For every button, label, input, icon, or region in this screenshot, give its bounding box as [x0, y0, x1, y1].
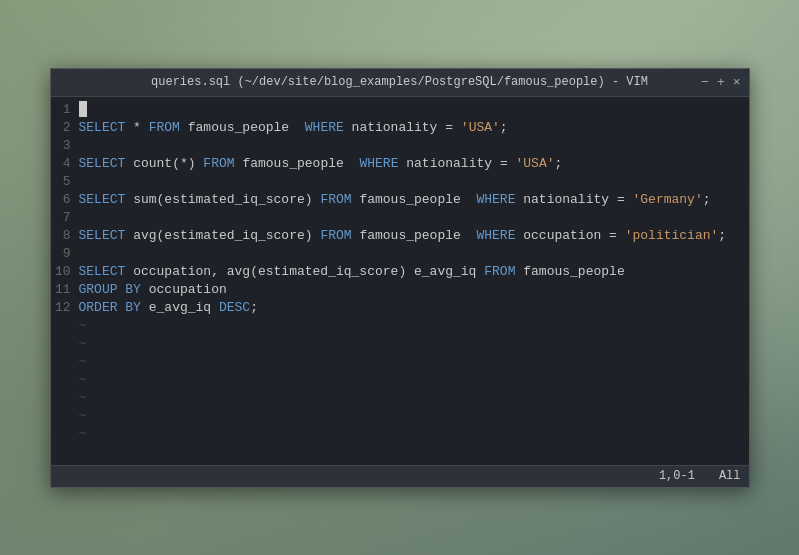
status-position: 1,0-1 All: [659, 469, 741, 483]
cursor-block: [79, 101, 87, 117]
table-row: 2 SELECT * FROM famous_people WHERE nati…: [51, 119, 749, 137]
tilde-line: ~: [51, 335, 749, 353]
table-row: 11 GROUP BY occupation: [51, 281, 749, 299]
vim-window: queries.sql (~/dev/site/blog_examples/Po…: [50, 68, 750, 488]
table-row: 10 SELECT occupation, avg(estimated_iq_s…: [51, 263, 749, 281]
cursor-position: 1,0-1: [659, 469, 695, 483]
tilde-line: ~: [51, 353, 749, 371]
table-row: 1: [51, 101, 749, 119]
tilde-line: ~: [51, 371, 749, 389]
tilde-line: ~: [51, 389, 749, 407]
status-bar: 1,0-1 All: [51, 465, 749, 487]
scroll-position: All: [719, 469, 741, 483]
table-row: 7: [51, 209, 749, 227]
close-button[interactable]: ×: [733, 76, 741, 89]
tilde-line: ~: [51, 425, 749, 443]
table-row: 4 SELECT count(*) FROM famous_people WHE…: [51, 155, 749, 173]
editor-area[interactable]: 1 2 SELECT * FROM famous_people WHERE na…: [51, 97, 749, 487]
table-row: 8 SELECT avg(estimated_iq_score) FROM fa…: [51, 227, 749, 245]
window-controls: − + ×: [701, 76, 740, 89]
tilde-line: ~: [51, 407, 749, 425]
table-row: 6 SELECT sum(estimated_iq_score) FROM fa…: [51, 191, 749, 209]
title-bar: queries.sql (~/dev/site/blog_examples/Po…: [51, 69, 749, 97]
table-row: 12 ORDER BY e_avg_iq DESC;: [51, 299, 749, 317]
code-content: 1 2 SELECT * FROM famous_people WHERE na…: [51, 97, 749, 465]
table-row: 5: [51, 173, 749, 191]
table-row: 9: [51, 245, 749, 263]
table-row: 3: [51, 137, 749, 155]
minimize-button[interactable]: −: [701, 76, 709, 89]
window-title: queries.sql (~/dev/site/blog_examples/Po…: [151, 75, 648, 89]
maximize-button[interactable]: +: [717, 76, 725, 89]
tilde-line: ~: [51, 317, 749, 335]
